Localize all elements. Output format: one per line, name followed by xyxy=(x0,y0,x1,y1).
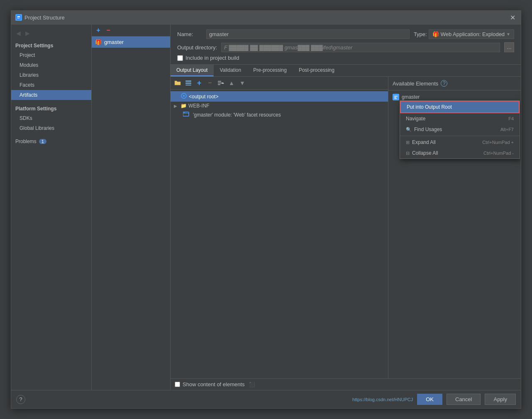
include-row: Include in project build xyxy=(177,55,514,61)
ctx-navigate-label: Navigate xyxy=(406,116,425,122)
show-content-checkbox[interactable] xyxy=(175,382,180,387)
svg-rect-0 xyxy=(17,15,21,19)
ctx-find-usages-label: Find Usages xyxy=(414,127,442,132)
layout-toolbar: + − ▲ xyxy=(171,77,388,90)
project-settings-header: Project Settings xyxy=(11,41,91,50)
svg-rect-5 xyxy=(185,85,191,85)
show-content-label: Show content of elements xyxy=(183,381,245,387)
expand-all-icon: ⊞ xyxy=(406,140,410,145)
tree-label-output-root: <output root> xyxy=(189,94,218,100)
tab-pre-processing[interactable]: Pre-processing xyxy=(247,65,293,76)
artifact-entry-icon: 🎁 xyxy=(95,39,102,45)
content-area: + − ▲ xyxy=(171,77,521,378)
tree-item-gmaster-module[interactable]: 'gmaster' module: 'Web' facet resources xyxy=(171,110,388,119)
artifact-entry-gmaster[interactable]: 🎁 gmaster xyxy=(92,37,170,48)
type-dropdown[interactable]: 🎁 Web Application: Exploded ▼ xyxy=(429,29,514,39)
tree-label-web-inf: WEB-INF xyxy=(188,103,210,109)
problems-badge: 1 xyxy=(39,139,46,144)
dialog-title: Project Structure xyxy=(24,15,65,21)
ctx-find-usages-shortcut: Alt+F7 xyxy=(500,127,514,132)
sidebar-nav: ◀ ▶ xyxy=(11,28,91,39)
add-artifact-button[interactable]: + xyxy=(94,26,102,34)
cancel-button[interactable]: Cancel xyxy=(447,394,481,405)
nav-back-button[interactable]: ◀ xyxy=(15,29,22,37)
main-panel: Name: Type: 🎁 Web Application: Exploded … xyxy=(171,24,521,390)
tab-validation[interactable]: Validation xyxy=(214,65,247,76)
ctx-separator xyxy=(400,136,520,136)
svg-rect-3 xyxy=(185,80,191,82)
dialog-body: ◀ ▶ Project Settings Project Modules Lib… xyxy=(11,24,521,390)
ctx-expand-all[interactable]: ⊞ Expand All Ctrl+NumPad + xyxy=(400,137,520,148)
svg-rect-19 xyxy=(394,98,397,99)
sidebar-item-project[interactable]: Project xyxy=(11,50,91,60)
sidebar-item-libraries[interactable]: Libraries xyxy=(11,70,91,80)
layers-icon[interactable] xyxy=(184,78,193,88)
include-in-build-checkbox[interactable] xyxy=(177,55,183,61)
dialog-icon xyxy=(15,14,22,21)
tree-item-web-inf[interactable]: ▶ 📁 WEB-INF xyxy=(171,102,388,110)
svg-point-14 xyxy=(183,112,184,113)
layout-tree: <output root> ▶ 📁 WEB-INF xyxy=(171,90,388,378)
available-item-gmaster-label: gmaster xyxy=(402,94,420,100)
ctx-collapse-all-shortcut: Ctrl+NumPad - xyxy=(483,151,514,156)
main-fields: Name: Type: 🎁 Web Application: Exploded … xyxy=(171,24,521,65)
close-button[interactable]: ✕ xyxy=(508,13,517,22)
search-icon: 🔍 xyxy=(406,127,412,132)
artifact-toolbar: + − xyxy=(92,24,170,37)
ctx-collapse-all[interactable]: ⊟ Collapse All Ctrl+NumPad - xyxy=(400,148,520,158)
name-label: Name: xyxy=(177,31,202,37)
move-up-icon[interactable]: ▲ xyxy=(227,78,236,88)
artifact-list-panel: + − 🎁 gmaster xyxy=(92,24,171,390)
output-directory-label: Output directory: xyxy=(177,44,217,51)
move-down-icon[interactable]: ▼ xyxy=(238,78,247,88)
bottom-area: Show content of elements ⬛ xyxy=(171,378,521,390)
sidebar-item-artifacts[interactable]: Artifacts xyxy=(11,90,91,100)
ctx-put-into-output-root-label: Put into Output Root xyxy=(407,104,452,110)
type-icon: 🎁 xyxy=(432,31,439,37)
ctx-navigate[interactable]: Navigate F4 xyxy=(400,113,520,124)
sidebar-item-facets[interactable]: Facets xyxy=(11,80,91,90)
sidebar-item-problems[interactable]: Problems 1 xyxy=(11,136,91,146)
apply-button[interactable]: Apply xyxy=(485,394,516,405)
ok-button[interactable]: OK xyxy=(417,394,442,405)
sidebar: ◀ ▶ Project Settings Project Modules Lib… xyxy=(11,24,92,390)
sidebar-item-modules[interactable]: Modules xyxy=(11,60,91,70)
include-in-build-label: Include in project build xyxy=(185,55,239,61)
name-row: Name: Type: 🎁 Web Application: Exploded … xyxy=(177,29,514,39)
output-layout-panel: + − ▲ xyxy=(171,77,388,378)
artifact-entry-name: gmaster xyxy=(104,39,124,45)
chevron-down-icon: ▼ xyxy=(506,32,510,37)
sort-icon[interactable] xyxy=(216,78,225,88)
nav-forward-button[interactable]: ▶ xyxy=(24,29,31,37)
available-elements-help-icon[interactable]: ? xyxy=(441,80,447,87)
platform-settings-header: Platform Settings xyxy=(11,104,91,113)
add-icon[interactable]: + xyxy=(195,78,204,88)
tree-item-output-root[interactable]: <output root> xyxy=(171,91,388,102)
folder-icon[interactable] xyxy=(173,78,182,88)
ctx-navigate-shortcut: F4 xyxy=(508,116,514,121)
minus-icon[interactable]: − xyxy=(205,78,215,88)
svg-rect-2 xyxy=(17,18,19,18)
show-content-icon: ⬛ xyxy=(249,382,255,387)
output-directory-display: F ▓▓▓▓▓ ▓▓ ▓▓▓▓▓▓ gmas▓▓▓ ▓▓▓ifed\gmaste… xyxy=(221,43,500,52)
svg-rect-1 xyxy=(17,16,20,17)
available-elements-label: Available Elements xyxy=(393,80,438,87)
context-menu: Put into Output Root Navigate F4 🔍 Fi xyxy=(400,100,520,159)
tab-output-layout[interactable]: Output Layout xyxy=(171,65,214,76)
tab-post-processing[interactable]: Post-processing xyxy=(293,65,341,76)
footer: ? https://blog.csdn.net/HNUPCJ OK Cancel… xyxy=(11,390,521,408)
ctx-collapse-all-label: Collapse All xyxy=(412,150,438,156)
help-button[interactable]: ? xyxy=(16,395,25,404)
sidebar-item-sdks[interactable]: SDKs xyxy=(11,113,91,123)
remove-artifact-button[interactable]: − xyxy=(104,26,112,34)
name-input[interactable] xyxy=(206,29,410,39)
sidebar-item-global-libraries[interactable]: Global Libraries xyxy=(11,123,91,133)
ctx-put-into-output-root[interactable]: Put into Output Root xyxy=(400,101,520,113)
output-row: Output directory: F ▓▓▓▓▓ ▓▓ ▓▓▓▓▓▓ gmas… xyxy=(177,42,514,52)
folder-icon-web-inf: 📁 xyxy=(181,103,187,109)
ctx-find-usages[interactable]: 🔍 Find Usages Alt+F7 xyxy=(400,124,520,135)
collapse-all-icon: ⊟ xyxy=(406,151,410,156)
svg-rect-17 xyxy=(394,96,398,97)
title-bar: Project Structure ✕ xyxy=(11,11,521,24)
browse-button[interactable]: … xyxy=(504,42,514,52)
